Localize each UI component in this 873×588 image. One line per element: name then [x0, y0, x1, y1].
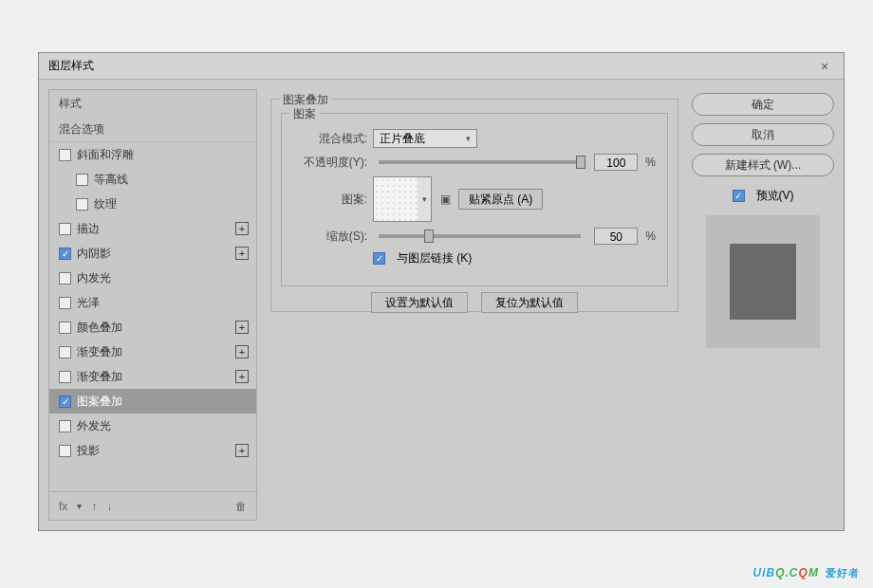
style-checkbox[interactable] [76, 174, 88, 186]
action-panel: 确定 取消 新建样式 (W)... ✓ 预览(V) [692, 89, 834, 521]
blend-options[interactable]: 混合选项 [49, 118, 256, 142]
style-item-10[interactable]: ✓图案叠加 [49, 389, 256, 413]
link-layer-label: 与图层链接 (K) [397, 250, 472, 266]
style-checkbox[interactable]: ✓ [59, 248, 71, 260]
options-panel: 图案叠加 图案 混合模式: 正片叠底 ▾ 不透明度(Y): 100 [265, 89, 684, 521]
chevron-down-icon: ▾ [418, 194, 431, 204]
style-item-5[interactable]: 内发光 [49, 266, 256, 290]
style-label: 内阴影 [77, 246, 235, 262]
style-checkbox[interactable] [59, 322, 71, 334]
opacity-slider[interactable] [379, 160, 581, 164]
style-item-4[interactable]: ✓内阴影+ [49, 241, 256, 266]
watermark: UiBQ.CQM 爱好者 [753, 558, 860, 582]
preview-area [706, 215, 820, 348]
style-label: 渐变叠加 [77, 369, 235, 385]
close-icon[interactable]: × [815, 59, 834, 74]
pattern-label: 图案: [293, 192, 367, 208]
trash-icon[interactable]: 🗑 [235, 500, 247, 513]
styles-header[interactable]: 样式 [49, 90, 256, 118]
preview-swatch [730, 244, 796, 320]
style-label: 纹理 [94, 196, 249, 212]
style-checkbox[interactable] [59, 445, 71, 457]
new-style-button[interactable]: 新建样式 (W)... [692, 154, 834, 176]
dialog-title: 图层样式 [48, 58, 94, 74]
style-item-3[interactable]: 描边+ [49, 216, 256, 241]
style-checkbox[interactable] [59, 297, 71, 309]
scale-slider[interactable] [379, 234, 581, 238]
style-item-6[interactable]: 光泽 [49, 290, 256, 315]
styles-panel: 样式 混合选项 斜面和浮雕等高线纹理描边+✓内阴影+内发光光泽颜色叠加+渐变叠加… [48, 89, 257, 521]
style-checkbox[interactable] [59, 346, 71, 358]
pattern-swatch [374, 177, 418, 221]
style-checkbox[interactable] [59, 272, 71, 285]
ok-button[interactable]: 确定 [692, 93, 834, 116]
style-label: 内发光 [77, 270, 249, 286]
style-item-11[interactable]: 外发光 [49, 413, 256, 438]
style-item-7[interactable]: 颜色叠加+ [49, 315, 256, 340]
style-checkbox[interactable] [59, 371, 71, 383]
plus-icon[interactable]: + [235, 321, 249, 334]
style-item-8[interactable]: 渐变叠加+ [49, 340, 256, 364]
snap-origin-button[interactable]: 贴紧原点 (A) [458, 189, 543, 210]
style-label: 等高线 [94, 172, 249, 188]
move-up-icon[interactable]: ↑ [91, 500, 97, 513]
blend-mode-select[interactable]: 正片叠底 ▾ [373, 129, 477, 148]
pattern-group: 图案 混合模式: 正片叠底 ▾ 不透明度(Y): 100 % [281, 113, 668, 286]
style-item-0[interactable]: 斜面和浮雕 [49, 142, 256, 167]
style-label: 渐变叠加 [77, 344, 235, 360]
style-label: 斜面和浮雕 [77, 147, 249, 163]
styles-toolbar: fx ▾ ↑ ↓ 🗑 [49, 491, 256, 520]
titlebar: 图层样式 × [39, 53, 844, 80]
plus-icon[interactable]: + [235, 222, 249, 235]
blend-mode-label: 混合模式: [293, 131, 367, 147]
style-checkbox[interactable] [59, 149, 71, 161]
plus-icon[interactable]: + [235, 444, 249, 457]
style-checkbox[interactable] [59, 223, 71, 235]
opacity-input[interactable]: 100 [594, 154, 638, 171]
move-down-icon[interactable]: ↓ [106, 500, 112, 513]
pattern-picker[interactable]: ▾ [373, 176, 432, 222]
style-item-12[interactable]: 投影+ [49, 438, 256, 463]
cancel-button[interactable]: 取消 [692, 123, 834, 146]
layer-style-dialog: 图层样式 × 样式 混合选项 斜面和浮雕等高线纹理描边+✓内阴影+内发光光泽颜色… [38, 52, 845, 531]
reset-default-button[interactable]: 复位为默认值 [481, 292, 578, 313]
style-label: 光泽 [77, 295, 249, 311]
style-label: 颜色叠加 [77, 320, 235, 336]
plus-icon[interactable]: + [235, 247, 249, 260]
plus-icon[interactable]: + [235, 370, 249, 383]
style-label: 外发光 [77, 418, 249, 434]
opacity-label: 不透明度(Y): [293, 155, 367, 171]
style-item-1[interactable]: 等高线 [49, 167, 256, 192]
scale-input[interactable]: 50 [594, 228, 638, 245]
style-item-2[interactable]: 纹理 [49, 192, 256, 216]
preview-label: 预览(V) [756, 188, 794, 204]
style-label: 描边 [77, 221, 235, 237]
style-checkbox[interactable] [59, 420, 71, 432]
plus-icon[interactable]: + [235, 345, 249, 358]
style-label: 图案叠加 [77, 394, 249, 410]
style-label: 投影 [77, 443, 235, 459]
chevron-down-icon: ▾ [466, 134, 471, 143]
pattern-overlay-group: 图案叠加 图案 混合模式: 正片叠底 ▾ 不透明度(Y): 100 [270, 99, 678, 312]
style-checkbox[interactable] [76, 198, 88, 211]
link-layer-checkbox[interactable]: ✓ [373, 252, 385, 265]
preview-checkbox[interactable]: ✓ [733, 190, 745, 202]
new-pattern-icon[interactable]: ▣ [437, 193, 453, 206]
make-default-button[interactable]: 设置为默认值 [371, 292, 468, 313]
fx-menu-icon[interactable]: fx [59, 500, 67, 513]
style-item-9[interactable]: 渐变叠加+ [49, 364, 256, 389]
scale-label: 缩放(S): [293, 229, 367, 245]
style-checkbox[interactable]: ✓ [59, 395, 71, 408]
dialog-body: 样式 混合选项 斜面和浮雕等高线纹理描边+✓内阴影+内发光光泽颜色叠加+渐变叠加… [39, 80, 844, 530]
inner-title: 图案 [289, 106, 320, 122]
